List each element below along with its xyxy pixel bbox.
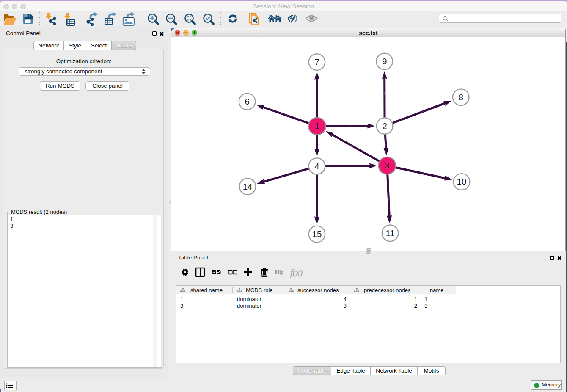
svg-text:3: 3 [385,160,389,170]
svg-text:6: 6 [245,97,249,106]
svg-text:14: 14 [243,182,253,191]
svg-text:1: 1 [315,121,319,131]
svg-text:4: 4 [314,161,319,171]
svg-text:7: 7 [314,57,319,67]
svg-text:11: 11 [385,228,394,238]
svg-text:10: 10 [457,177,467,186]
svg-text:f(x): f(x) [290,268,303,278]
svg-text:8: 8 [458,92,463,102]
svg-text:15: 15 [312,229,322,239]
svg-text:2: 2 [382,121,387,131]
svg-text:9: 9 [382,56,387,66]
